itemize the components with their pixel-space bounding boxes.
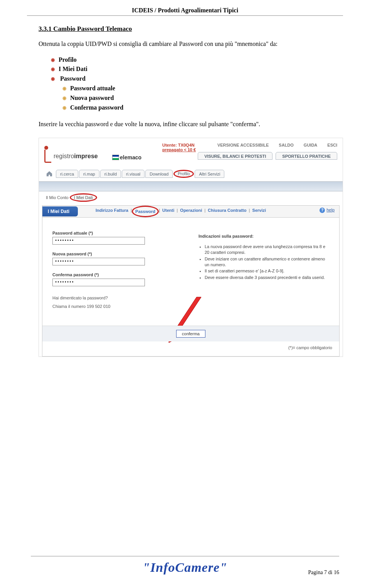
logo-bracket-icon	[44, 150, 51, 163]
nav-cerca[interactable]: ri.cerca	[56, 170, 78, 178]
panel-title: I Miei Dati	[42, 206, 78, 216]
doc-header: ICDEIS / Prodotti Agroalimentari Tipici	[0, 0, 370, 15]
header-band	[39, 181, 343, 191]
step-password-label: Password	[60, 75, 86, 82]
section-title: 3.3.1 Cambio Password Telemaco	[39, 25, 331, 33]
intro-paragraph: Ottenuta la coppia UID/PWD si consiglia …	[39, 40, 331, 48]
logo-text: registroimprese	[54, 153, 98, 160]
screenshot-figure: registroimprese elemaco Utente: TX0Q4N p…	[39, 138, 343, 357]
help-icon: ?	[320, 208, 325, 213]
header-rule	[27, 15, 343, 16]
page-footer: "InfoCamere" Pagina 7 di 16	[0, 556, 370, 575]
registroimprese-logo: registroimprese	[44, 150, 98, 163]
input-attuale[interactable]	[52, 237, 145, 245]
user-id: Utente: TX0Q4N	[162, 143, 196, 147]
step-password: Password Password attuale Nuova password…	[51, 74, 331, 112]
step-profilo: Profilo	[51, 55, 331, 65]
call-text: Chiama il numero 199 502 010	[52, 304, 183, 309]
confirm-row: conferma	[42, 326, 339, 341]
link-esci[interactable]: ESCI	[327, 143, 337, 147]
link-guida[interactable]: GUIDA	[304, 143, 317, 147]
nav-altri[interactable]: Altri Servizi	[195, 170, 224, 178]
input-conferma[interactable]	[52, 279, 145, 286]
telemaco-logo: elemaco	[112, 154, 141, 161]
indications-list: La nuova password deve avere una lunghez…	[198, 244, 329, 280]
input-nuova[interactable]	[52, 258, 145, 265]
ind-3: Il set di caratteri permesso e' [a-z A-Z…	[205, 268, 329, 274]
ptab-chiusura[interactable]: Chiusura Contratto	[205, 206, 249, 217]
ind-1: La nuova password deve avere una lunghez…	[205, 244, 329, 255]
flag-icon	[112, 155, 119, 160]
nav-download[interactable]: Download	[145, 170, 173, 178]
panel: I Miei Dati Indirizzo Fattura| Password|…	[42, 205, 340, 357]
page-number: Pagina 7 di 16	[308, 569, 340, 576]
forgot-text: Hai dimenticato la password?	[52, 296, 183, 300]
ind-2: Deve iniziare con un carattere alfanumer…	[205, 256, 329, 268]
step-miei-dati: I Miei Dati	[51, 64, 331, 74]
step-conferma: Conferma password	[62, 103, 331, 113]
user-info: Utente: TX0Q4N prepagato < 10 €	[162, 143, 196, 152]
secondary-tabs: VISURE, BILANCI E PROTESTI SPORTELLO PRA…	[198, 152, 337, 160]
mandatory-note: (*)= campo obbligatorio	[42, 341, 339, 356]
footer-rule	[31, 556, 339, 556]
help-link[interactable]: ?help	[320, 208, 335, 213]
breadcrumb-row: Il Mio Conto I Miei Dati	[39, 191, 343, 204]
form-right: Indicazioni sulla password: La nuova pas…	[198, 231, 329, 322]
ptab-servizi[interactable]: Servizi	[250, 206, 268, 217]
label-attuale: Password attuale (*)	[52, 231, 183, 235]
nav-profilo-highlighted[interactable]: Profilo	[173, 170, 194, 178]
conferma-button[interactable]: conferma	[176, 330, 205, 338]
panel-tabs: Indirizzo Fattura| Password| Utenti| Ope…	[93, 206, 268, 217]
ptab-operazioni[interactable]: Operazioni	[178, 206, 204, 217]
nav-build[interactable]: ri.build	[100, 170, 121, 178]
step-nuova: Nuova password	[62, 93, 331, 103]
ptab-indirizzo[interactable]: Indirizzo Fattura	[93, 206, 131, 217]
label-conferma: Conferma password (*)	[52, 272, 183, 277]
form-area: Password attuale (*) Nuova password (*) …	[42, 218, 339, 326]
ind-4: Deve essere diversa dalle 3 password pre…	[205, 275, 329, 280]
logo-dot-icon	[44, 146, 48, 150]
tab-sportello[interactable]: SPORTELLO PRATICHE	[276, 152, 337, 160]
steps-list: Profilo I Miei Dati Password Password at…	[39, 55, 331, 113]
password-sublist: Password attuale Nuova password Conferma…	[51, 84, 331, 112]
instruction-paragraph: Inserire la vecchia password e due volte…	[39, 120, 331, 128]
ptab-utenti[interactable]: Utenti	[160, 206, 177, 217]
main-nav: ri.cerca ri.map ri.build ri.visual Downl…	[56, 170, 225, 178]
nav-visual[interactable]: ri.visual	[122, 170, 145, 178]
panel-header: I Miei Dati Indirizzo Fattura| Password|…	[42, 206, 339, 218]
miei-dati-tab-highlighted[interactable]: I Miei Dati	[70, 193, 97, 202]
link-versione[interactable]: VERSIONE ACCESSIBILE	[217, 143, 269, 147]
mio-conto-label: Il Mio Conto	[46, 195, 69, 200]
label-nuova: Nuova password (*)	[52, 252, 183, 256]
form-left: Password attuale (*) Nuova password (*) …	[52, 231, 183, 322]
ptab-password-highlighted[interactable]: Password	[132, 206, 159, 217]
link-saldo[interactable]: SALDO	[279, 143, 294, 147]
infocamere-logo: "InfoCamere"	[143, 560, 227, 575]
tab-visure[interactable]: VISURE, BILANCI E PROTESTI	[198, 152, 272, 160]
indications-title: Indicazioni sulla password:	[198, 234, 329, 238]
nav-map[interactable]: ri.map	[79, 170, 99, 178]
user-credit-link[interactable]: prepagato < 10 €	[162, 147, 196, 152]
step-attuale: Password attuale	[62, 84, 331, 93]
home-icon[interactable]	[46, 171, 53, 177]
top-links: VERSIONE ACCESSIBILE SALDO GUIDA ESCI	[217, 143, 337, 147]
